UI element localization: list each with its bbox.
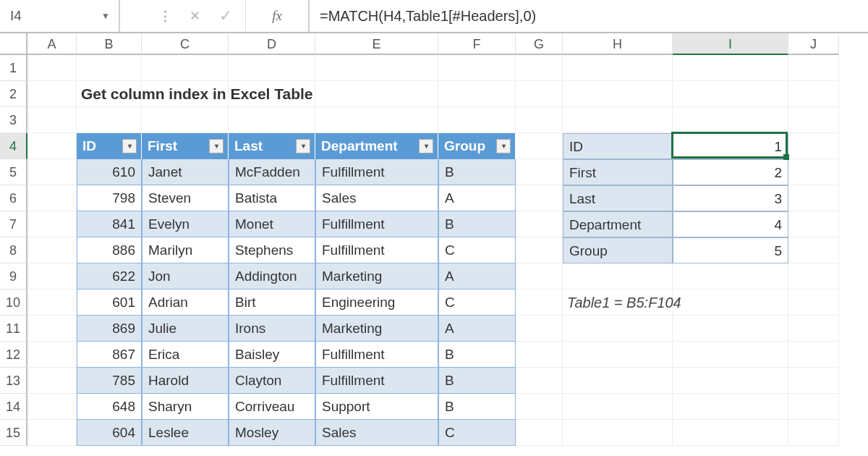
cell-A6[interactable] <box>27 185 77 211</box>
row-header-4[interactable]: 4 <box>0 133 27 159</box>
row-header-14[interactable]: 14 <box>0 394 27 420</box>
cell-B14[interactable]: 648 <box>77 394 142 420</box>
cell-J7[interactable] <box>788 211 839 237</box>
cell-E9[interactable]: Marketing <box>315 263 438 290</box>
cell-F14[interactable]: B <box>438 394 516 420</box>
cell-J14[interactable] <box>788 394 839 420</box>
cell-I12[interactable] <box>673 342 788 368</box>
cell-C5[interactable]: Janet <box>142 159 229 185</box>
row-header-1[interactable]: 1 <box>0 55 27 81</box>
cell-B8[interactable]: 886 <box>77 237 142 263</box>
cell-H11[interactable] <box>563 316 673 342</box>
cell-E1[interactable] <box>315 55 438 81</box>
cell-C12[interactable]: Erica <box>142 342 229 368</box>
cell-A15[interactable] <box>27 420 77 446</box>
cell-D5[interactable]: McFadden <box>229 159 315 185</box>
cell-B15[interactable]: 604 <box>77 420 142 446</box>
cell-H15[interactable] <box>563 420 673 446</box>
cell-J9[interactable] <box>788 263 839 290</box>
cell-E3[interactable] <box>315 107 438 133</box>
col-header-E[interactable]: E <box>315 33 438 55</box>
cell-F10[interactable]: C <box>438 290 516 316</box>
cell-H14[interactable] <box>563 394 673 420</box>
cell-G7[interactable] <box>516 211 563 237</box>
cell-D6[interactable]: Batista <box>229 185 315 211</box>
cell-H7[interactable]: Department <box>563 211 673 237</box>
cell-A9[interactable] <box>27 263 77 290</box>
cell-B10[interactable]: 601 <box>77 290 142 316</box>
cell-G15[interactable] <box>516 420 563 446</box>
row-header-13[interactable]: 13 <box>0 368 27 394</box>
cell-B1[interactable] <box>77 55 142 81</box>
cell-E7[interactable]: Fulfillment <box>315 211 438 237</box>
cell-G11[interactable] <box>516 316 563 342</box>
cell-G12[interactable] <box>516 342 563 368</box>
cell-C3[interactable] <box>142 107 229 133</box>
row-header-9[interactable]: 9 <box>0 263 27 290</box>
row-header-2[interactable]: 2 <box>0 81 27 107</box>
cell-G3[interactable] <box>516 107 563 133</box>
cell-E14[interactable]: Support <box>315 394 438 420</box>
cell-H6[interactable]: Last <box>563 185 673 211</box>
cell-C14[interactable]: Sharyn <box>142 394 229 420</box>
cell-G2[interactable] <box>516 81 563 107</box>
chevron-down-icon[interactable]: ▼ <box>101 11 110 21</box>
cell-I14[interactable] <box>673 394 788 420</box>
cell-J5[interactable] <box>788 159 839 185</box>
cell-E2[interactable] <box>315 81 438 107</box>
cell-B6[interactable]: 798 <box>77 185 142 211</box>
cell-B13[interactable]: 785 <box>77 368 142 394</box>
cell-H5[interactable]: First <box>563 159 673 185</box>
cell-I8[interactable]: 5 <box>673 237 788 263</box>
row-header-11[interactable]: 11 <box>0 316 27 342</box>
cell-F5[interactable]: B <box>438 159 516 185</box>
row-header-12[interactable]: 12 <box>0 342 27 368</box>
cell-F4[interactable]: Group ▾ <box>438 133 516 159</box>
col-header-A[interactable]: A <box>27 33 77 55</box>
cell-G10[interactable] <box>516 290 563 316</box>
cell-D8[interactable]: Stephens <box>229 237 315 263</box>
cell-B9[interactable]: 622 <box>77 263 142 290</box>
cell-G9[interactable] <box>516 263 563 290</box>
cell-B11[interactable]: 869 <box>77 316 142 342</box>
cell-J11[interactable] <box>788 316 839 342</box>
cell-D12[interactable]: Baisley <box>229 342 315 368</box>
row-header-8[interactable]: 8 <box>0 237 27 263</box>
cell-C15[interactable]: Leslee <box>142 420 229 446</box>
cell-A8[interactable] <box>27 237 77 263</box>
filter-icon[interactable]: ▾ <box>419 139 433 153</box>
cell-A11[interactable] <box>27 316 77 342</box>
cell-G5[interactable] <box>516 159 563 185</box>
cell-F9[interactable]: A <box>438 263 516 290</box>
cell-B2[interactable]: Get column index in Excel Table <box>77 81 142 107</box>
cell-I13[interactable] <box>673 368 788 394</box>
cell-A4[interactable] <box>27 133 77 159</box>
filter-icon[interactable]: ▾ <box>496 139 511 153</box>
resize-handle-icon[interactable]: ⋮ <box>158 8 171 25</box>
enter-icon[interactable]: ✓ <box>219 7 232 25</box>
col-header-B[interactable]: B <box>77 33 142 55</box>
cell-G4[interactable] <box>516 133 563 159</box>
cell-J12[interactable] <box>788 342 839 368</box>
cell-I15[interactable] <box>673 420 788 446</box>
row-header-15[interactable]: 15 <box>0 420 27 446</box>
cell-F1[interactable] <box>438 55 516 81</box>
cell-B7[interactable]: 841 <box>77 211 142 237</box>
cell-H8[interactable]: Group <box>563 237 673 263</box>
cell-C1[interactable] <box>142 55 229 81</box>
cell-H2[interactable] <box>563 81 673 107</box>
cell-J6[interactable] <box>788 185 839 211</box>
cell-J3[interactable] <box>788 107 839 133</box>
row-header-6[interactable]: 6 <box>0 185 27 211</box>
cell-C9[interactable]: Jon <box>142 263 229 290</box>
cell-E13[interactable]: Fulfillment <box>315 368 438 394</box>
cell-E8[interactable]: Fulfillment <box>315 237 438 263</box>
cell-H13[interactable] <box>563 368 673 394</box>
cell-G6[interactable] <box>516 185 563 211</box>
col-header-D[interactable]: D <box>229 33 315 55</box>
cell-E6[interactable]: Sales <box>315 185 438 211</box>
cell-D13[interactable]: Clayton <box>229 368 315 394</box>
cell-A1[interactable] <box>27 55 77 81</box>
cell-J15[interactable] <box>788 420 839 446</box>
cell-D1[interactable] <box>229 55 315 81</box>
